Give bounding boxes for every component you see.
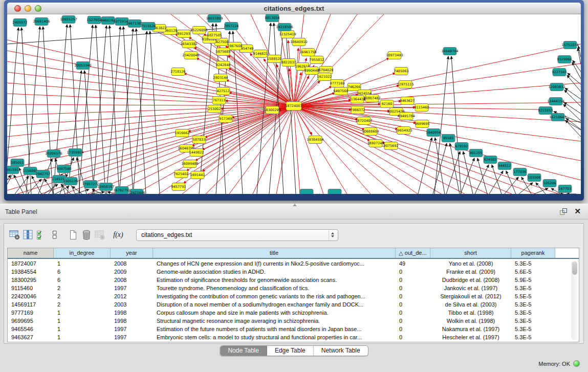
graph-node[interactable] — [328, 189, 341, 194]
cell-year[interactable]: 2012 — [111, 292, 153, 300]
function-builder-button[interactable]: f(x) — [112, 228, 125, 242]
graph-node[interactable] — [388, 52, 401, 59]
new-table-button[interactable] — [67, 228, 80, 242]
column-header-name[interactable]: name — [8, 248, 54, 258]
graph-node[interactable] — [212, 97, 226, 104]
table-row[interactable]: 969969511998Structural magnetic resonanc… — [8, 317, 579, 325]
graph-node[interactable] — [24, 167, 37, 175]
cell-out_degree[interactable]: 0 — [396, 268, 430, 276]
graph-node[interactable] — [266, 14, 279, 22]
cell-short[interactable]: de Silva et al. (2003) — [430, 300, 511, 309]
cell-in_degree[interactable]: 1 — [54, 259, 111, 268]
graph-node[interactable] — [268, 55, 281, 63]
cell-name[interactable]: 19384554 — [8, 268, 54, 276]
graph-node[interactable] — [69, 149, 82, 157]
vertical-scrollbar[interactable] — [571, 260, 578, 340]
cell-title[interactable]: Structural magnetic resonance image aver… — [153, 317, 396, 325]
graph-node[interactable] — [142, 23, 155, 30]
graph-node[interactable] — [278, 24, 291, 31]
graph-node[interactable] — [397, 127, 410, 135]
graph-node[interactable] — [513, 168, 527, 176]
graph-node[interactable] — [416, 120, 429, 128]
graph-node[interactable] — [36, 170, 50, 178]
table-settings-button[interactable] — [8, 228, 21, 242]
graph-node[interactable] — [498, 162, 511, 170]
cell-pagerank[interactable]: 5.9E-5 — [511, 276, 555, 284]
graph-node[interactable] — [216, 48, 230, 56]
table-row[interactable]: 2242004622012Investigating the contribut… — [8, 292, 579, 300]
graph-node[interactable] — [128, 20, 141, 28]
table-row[interactable]: 911546021997Tourette syndrome. Phenomeno… — [8, 284, 579, 292]
graph-node[interactable] — [130, 189, 143, 194]
cell-in_degree[interactable]: 6 — [54, 276, 111, 284]
cell-in_degree[interactable]: 1 — [54, 317, 111, 325]
select-columns-button[interactable] — [21, 228, 35, 242]
graph-node[interactable] — [400, 113, 413, 120]
graph-node[interactable] — [563, 41, 577, 49]
graph-node[interactable] — [88, 16, 101, 24]
graph-node[interactable] — [57, 165, 71, 173]
cell-out_degree[interactable]: 0 — [396, 325, 430, 333]
column-header-title[interactable]: title — [153, 248, 396, 258]
graph-node[interactable] — [214, 74, 227, 82]
cell-title[interactable]: Estimation of significance thresholds fo… — [153, 276, 396, 284]
graph-node[interactable] — [219, 115, 232, 123]
graph-node[interactable] — [351, 106, 364, 114]
graph-node[interactable] — [115, 18, 128, 26]
graph-node[interactable] — [364, 128, 377, 136]
graph-node[interactable] — [183, 160, 197, 168]
cell-year[interactable]: 2008 — [111, 276, 153, 284]
cell-short[interactable]: Tibbo et al. (1998) — [430, 309, 511, 317]
graph-node[interactable] — [190, 149, 203, 157]
cell-short[interactable]: Jankovic et al. (1997) — [430, 284, 511, 292]
cell-name[interactable]: 22420046 — [8, 292, 54, 300]
cell-out_degree[interactable]: 0 — [396, 309, 430, 317]
cell-in_degree[interactable]: 6 — [54, 268, 111, 276]
cell-out_degree[interactable]: 0 — [396, 292, 430, 300]
graph-node[interactable] — [351, 96, 364, 103]
graph-node[interactable] — [399, 81, 412, 89]
cell-name[interactable]: 9463627 — [8, 333, 54, 341]
graph-node[interactable] — [369, 140, 382, 147]
graph-node[interactable] — [558, 56, 571, 63]
cell-out_degree[interactable]: 0 — [396, 317, 430, 325]
cell-pagerank[interactable]: 5.3E-5 — [511, 284, 555, 292]
column-header-short[interactable]: short — [430, 248, 511, 258]
cell-out_degree[interactable]: 0 — [396, 284, 430, 292]
graph-node[interactable] — [216, 61, 230, 69]
graph-node[interactable] — [553, 69, 566, 76]
graph-node[interactable] — [550, 83, 563, 91]
graph-node[interactable] — [442, 135, 455, 142]
graph-node[interactable] — [175, 170, 188, 178]
cell-year[interactable]: 1998 — [111, 309, 153, 317]
cell-pagerank[interactable]: 5.3E-5 — [511, 309, 555, 317]
float-panel-icon[interactable] — [559, 208, 568, 217]
graph-node[interactable] — [427, 129, 440, 137]
graph-node[interactable] — [558, 185, 572, 193]
graph-node[interactable] — [47, 150, 60, 158]
column-header-year[interactable]: year — [111, 248, 153, 258]
graph-node[interactable] — [415, 104, 428, 112]
network-canvas-area[interactable]: 1830029519384554977716974626664975683624… — [7, 14, 581, 194]
graph-node[interactable] — [35, 18, 48, 26]
delete-table-button[interactable] — [80, 228, 93, 242]
table-row[interactable]: 977716911998Corpus callosum shape and si… — [8, 309, 579, 317]
graph-node[interactable] — [254, 50, 267, 58]
graph-hub-node[interactable] — [286, 102, 301, 111]
tab-edge-table[interactable]: Edge Table — [267, 346, 314, 356]
graph-node[interactable] — [192, 27, 206, 34]
cell-out_degree[interactable]: 0 — [396, 300, 430, 309]
graph-node[interactable] — [176, 129, 189, 137]
cell-out_degree[interactable]: 0 — [396, 333, 430, 341]
cell-title[interactable]: Changes of HCN gene expression and I(f) … — [153, 259, 396, 268]
graph-node[interactable] — [357, 117, 371, 125]
cell-title[interactable]: Corpus callosum shape and size in male p… — [153, 309, 396, 317]
graph-node[interactable] — [84, 181, 97, 188]
graph-node[interactable] — [99, 183, 113, 191]
graph-node[interactable] — [484, 156, 497, 164]
graph-node[interactable] — [384, 142, 398, 150]
cell-pagerank[interactable]: 5.3E-5 — [511, 325, 555, 333]
cell-pagerank[interactable]: 5.5E-5 — [511, 292, 555, 300]
graph-node[interactable] — [301, 49, 315, 56]
table-row[interactable]: 1830029562008Estimation of significance … — [8, 276, 579, 284]
